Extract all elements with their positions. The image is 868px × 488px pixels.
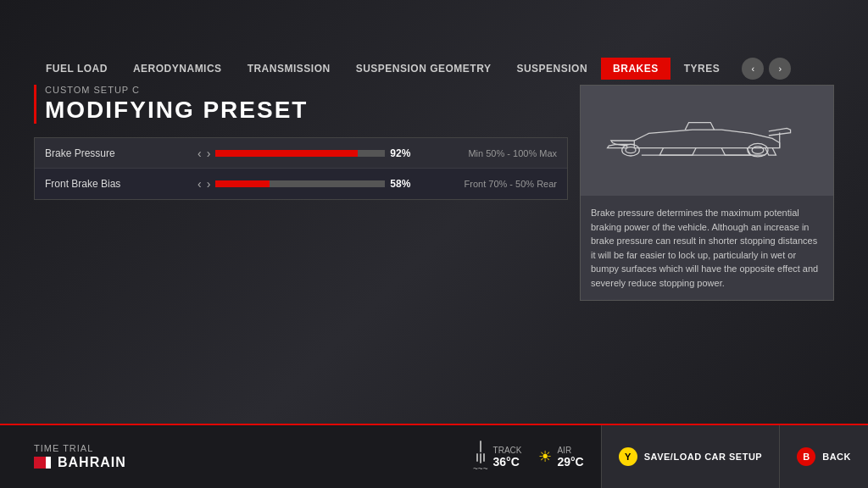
setting-name-1: Front Brake Bias xyxy=(45,178,198,190)
setting-row-1: Front Brake Bias 58% Front 70% - 50% Rea… xyxy=(35,169,567,199)
setting-decrease-0[interactable] xyxy=(198,147,202,160)
bottom-bar: Time Trial BAHRAIN ~~~ Track 36°C ☀ Air … xyxy=(0,424,868,488)
setup-subtitle: Custom Setup C xyxy=(45,85,568,95)
nav-bar: Fuel LoadAerodynamicsTransmissionSuspens… xyxy=(34,58,834,80)
nav-icons: ‹ › xyxy=(742,58,791,80)
setting-controls-1: 58% Front 70% - 50% Rear xyxy=(198,177,557,191)
setting-range-1: Front 70% - 50% Rear xyxy=(465,179,557,189)
setting-progress-0 xyxy=(215,150,385,157)
btn-badge-save-load: Y xyxy=(619,447,637,466)
action-buttons: Y SAVE/LOAD CAR SETUP B BACK xyxy=(601,425,868,488)
nav-prev-icon[interactable]: ‹ xyxy=(742,58,764,80)
settings-container: Brake Pressure 92% Min 50% - 100% Max Fr… xyxy=(34,137,568,200)
weather-label-group-track: Track 36°C xyxy=(493,446,522,469)
setting-increase-0[interactable] xyxy=(207,147,211,160)
nav-item-tyres[interactable]: Tyres xyxy=(672,58,732,80)
setting-fill-1 xyxy=(215,180,270,187)
heat-icon: ~~~ xyxy=(473,441,488,474)
session-info: Time Trial BAHRAIN xyxy=(0,443,473,470)
btn-label-back: BACK xyxy=(822,452,851,462)
setting-progress-1 xyxy=(215,180,385,187)
nav-item-transmission[interactable]: Transmission xyxy=(236,58,342,80)
setting-increase-1[interactable] xyxy=(207,177,211,191)
setting-range-0: Min 50% - 100% Max xyxy=(468,148,557,158)
nav-next-icon[interactable]: › xyxy=(769,58,791,80)
weather-track: ~~~ Track 36°C xyxy=(473,441,521,474)
setup-header: Custom Setup C MODIFYING PRESET xyxy=(34,85,568,124)
nav-item-fuel-load[interactable]: Fuel Load xyxy=(34,58,120,80)
weather-value-track: 36°C xyxy=(493,455,522,469)
setting-controls-0: 92% Min 50% - 100% Max xyxy=(198,147,557,160)
nav-item-suspension[interactable]: Suspension xyxy=(504,58,599,80)
car-illustration xyxy=(605,107,809,175)
main-content: Custom Setup C MODIFYING PRESET Brake Pr… xyxy=(34,85,834,420)
setting-value-0: 92% xyxy=(390,147,420,159)
svg-point-0 xyxy=(622,144,640,156)
weather-value-air: 29°C xyxy=(557,455,583,469)
action-btn-back[interactable]: B BACK xyxy=(779,425,868,488)
nav-item-brakes[interactable]: Brakes xyxy=(601,58,670,80)
right-panel: Brake pressure determines the maximum po… xyxy=(580,85,834,301)
weather-label-track: Track xyxy=(493,446,522,455)
weather-info: ~~~ Track 36°C ☀ Air 29°C xyxy=(473,441,601,474)
setting-name-0: Brake Pressure xyxy=(45,147,198,159)
svg-point-1 xyxy=(626,147,636,153)
action-btn-save-load[interactable]: Y SAVE/LOAD CAR SETUP xyxy=(601,425,779,488)
setting-row-0: Brake Pressure 92% Min 50% - 100% Max xyxy=(35,138,567,169)
left-panel: Custom Setup C MODIFYING PRESET Brake Pr… xyxy=(34,85,568,200)
setting-value-1: 58% xyxy=(390,178,420,190)
btn-badge-back: B xyxy=(797,447,815,466)
sun-icon: ☀ xyxy=(538,447,552,466)
bahrain-flag-icon xyxy=(34,457,51,469)
session-location: BAHRAIN xyxy=(34,455,439,470)
weather-label-air: Air xyxy=(557,446,583,455)
setting-fill-0 xyxy=(215,150,358,157)
session-name: BAHRAIN xyxy=(58,455,126,470)
nav-item-aerodynamics[interactable]: Aerodynamics xyxy=(121,58,234,80)
btn-label-save-load: SAVE/LOAD CAR SETUP xyxy=(644,452,762,462)
nav-items: Fuel LoadAerodynamicsTransmissionSuspens… xyxy=(34,58,732,80)
weather-label-group-air: Air 29°C xyxy=(557,446,583,469)
setting-decrease-1[interactable] xyxy=(198,177,202,191)
setup-title: MODIFYING PRESET xyxy=(45,97,568,124)
info-description: Brake pressure determines the maximum po… xyxy=(581,196,833,300)
session-type: Time Trial xyxy=(34,443,439,453)
nav-item-suspension-geometry[interactable]: Suspension Geometry xyxy=(344,58,504,80)
car-image-area xyxy=(581,86,833,196)
weather-air: ☀ Air 29°C xyxy=(538,446,583,469)
